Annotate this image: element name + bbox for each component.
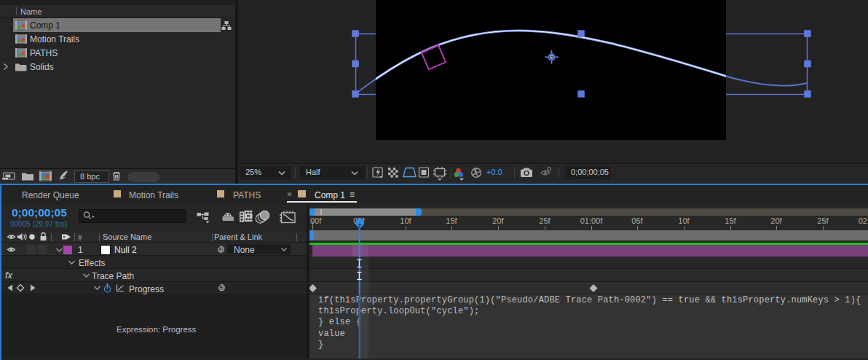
svg-text:fx: fx: [5, 270, 13, 281]
